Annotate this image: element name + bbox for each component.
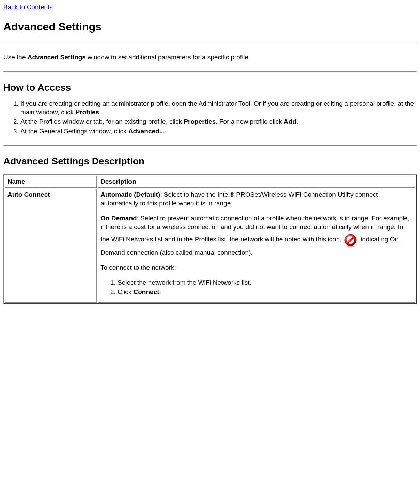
connect-intro: To connect to the network: [100,263,413,272]
step-bold: Profiles [76,108,99,116]
connect-step-prefix: Click [118,288,133,295]
list-item: At the Profiles window or tab, for an ex… [20,117,417,126]
list-item: Select the network from the WiFi Network… [118,278,413,287]
list-item: Click Connect. [118,287,413,296]
desc-heading: Advanced Settings Description [3,156,417,167]
on-demand-block: On Demand: Select to prevent automatic c… [100,214,413,257]
intro-suffix: window to set additional parameters for … [86,54,250,61]
setting-name: Auto Connect [5,189,97,303]
step-text: . [99,108,101,116]
step-text: . [165,128,166,135]
divider [3,145,417,146]
connect-steps-list: Select the network from the WiFi Network… [100,278,413,296]
intro-text: Use the Advanced Settings window to set … [3,53,417,62]
step-text: . [296,118,298,125]
intro-bold: Advanced Settings [28,54,86,61]
auto-default-block: Automatic (Default): Select to have the … [100,190,413,208]
connect-step-bold: Connect [133,288,159,295]
table-header-row: Name Description [5,176,415,188]
back-to-contents-link[interactable]: Back to Contents [3,3,53,11]
auto-default-bold: Automatic (Default) [100,191,160,198]
table-row: Auto Connect Automatic (Default): Select… [5,189,415,303]
divider [3,43,417,43]
intro-prefix: Use the [3,54,28,61]
header-name: Name [5,176,97,188]
connect-step-suffix: . [159,288,161,295]
page-title: Advanced Settings [3,20,417,33]
header-description: Description [98,176,415,188]
how-to-access-list: If you are creating or editing an admini… [3,99,417,136]
prohibit-icon [343,233,358,248]
divider [3,71,417,72]
setting-description: Automatic (Default): Select to have the … [98,189,415,303]
step-bold: Advanced... [128,128,165,135]
step-bold: Properties [184,118,216,125]
settings-table: Name Description Auto Connect Automatic … [3,174,417,304]
step-text: . For a new profile click [216,118,284,125]
step-text: At the General Settings window, click [20,128,128,135]
list-item: If you are creating or editing an admini… [20,99,417,117]
list-item: At the General Settings window, click Ad… [20,127,417,136]
how-to-access-heading: How to Access [3,82,417,93]
on-demand-bold: On Demand [100,214,137,222]
step-text: At the Profiles window or tab, for an ex… [20,118,184,125]
step-bold: Add [284,118,296,125]
